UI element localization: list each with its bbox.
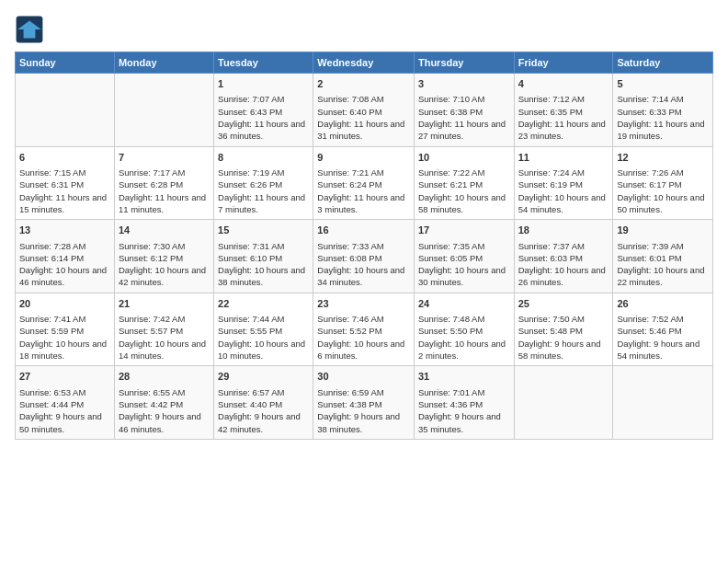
day-info: Sunrise: 7:41 AM Sunset: 5:59 PM Dayligh… <box>19 313 110 362</box>
day-info: Sunrise: 7:42 AM Sunset: 5:57 PM Dayligh… <box>119 313 210 362</box>
day-info: Sunrise: 7:26 AM Sunset: 6:17 PM Dayligh… <box>617 167 709 215</box>
day-number: 9 <box>317 151 410 165</box>
day-info: Sunrise: 7:52 AM Sunset: 5:46 PM Dayligh… <box>617 313 709 362</box>
day-number: 18 <box>518 224 609 237</box>
day-info: Sunrise: 7:12 AM Sunset: 6:35 PM Dayligh… <box>518 93 609 142</box>
header-row: SundayMondayTuesdayWednesdayThursdayFrid… <box>16 52 713 74</box>
header-cell-tuesday: Tuesday <box>214 52 313 74</box>
day-number: 12 <box>617 151 709 165</box>
calendar-cell: 27Sunrise: 6:53 AM Sunset: 4:44 PM Dayli… <box>16 366 115 440</box>
calendar-table: SundayMondayTuesdayWednesdayThursdayFrid… <box>15 52 713 440</box>
day-number: 22 <box>218 297 309 311</box>
day-number: 13 <box>19 224 110 237</box>
day-info: Sunrise: 7:17 AM Sunset: 6:28 PM Dayligh… <box>119 167 210 215</box>
calendar-cell: 6Sunrise: 7:15 AM Sunset: 6:31 PM Daylig… <box>16 146 115 220</box>
day-info: Sunrise: 7:48 AM Sunset: 5:50 PM Dayligh… <box>418 313 510 362</box>
day-number: 24 <box>418 297 510 311</box>
day-number: 7 <box>119 151 210 165</box>
day-info: Sunrise: 7:07 AM Sunset: 6:43 PM Dayligh… <box>218 93 309 142</box>
calendar-cell: 9Sunrise: 7:21 AM Sunset: 6:24 PM Daylig… <box>313 146 415 220</box>
day-number: 10 <box>418 151 510 165</box>
day-number: 20 <box>19 297 110 311</box>
calendar-cell: 25Sunrise: 7:50 AM Sunset: 5:48 PM Dayli… <box>514 293 613 366</box>
calendar-cell: 17Sunrise: 7:35 AM Sunset: 6:05 PM Dayli… <box>414 220 514 293</box>
calendar-cell: 12Sunrise: 7:26 AM Sunset: 6:17 PM Dayli… <box>613 146 713 220</box>
day-info: Sunrise: 7:01 AM Sunset: 4:36 PM Dayligh… <box>418 386 510 435</box>
day-number: 30 <box>317 370 410 384</box>
day-info: Sunrise: 7:31 AM Sunset: 6:10 PM Dayligh… <box>218 240 309 289</box>
calendar-cell: 18Sunrise: 7:37 AM Sunset: 6:03 PM Dayli… <box>514 220 613 293</box>
logo <box>15 15 48 44</box>
day-info: Sunrise: 6:59 AM Sunset: 4:38 PM Dayligh… <box>317 386 410 435</box>
calendar-cell: 15Sunrise: 7:31 AM Sunset: 6:10 PM Dayli… <box>214 220 313 293</box>
header-cell-saturday: Saturday <box>613 52 713 74</box>
day-info: Sunrise: 7:50 AM Sunset: 5:48 PM Dayligh… <box>518 313 609 362</box>
day-number: 5 <box>617 77 709 91</box>
day-number: 14 <box>119 224 210 237</box>
logo-icon <box>15 15 44 44</box>
day-number: 16 <box>317 224 410 237</box>
day-number: 2 <box>317 77 410 91</box>
calendar-cell: 5Sunrise: 7:14 AM Sunset: 6:33 PM Daylig… <box>613 74 713 147</box>
day-info: Sunrise: 7:15 AM Sunset: 6:31 PM Dayligh… <box>19 167 110 215</box>
calendar-cell: 31Sunrise: 7:01 AM Sunset: 4:36 PM Dayli… <box>414 366 514 440</box>
header-cell-monday: Monday <box>114 52 213 74</box>
calendar-cell <box>16 74 115 147</box>
day-number: 3 <box>418 77 510 91</box>
header-cell-friday: Friday <box>514 52 613 74</box>
day-number: 27 <box>19 370 110 384</box>
calendar-week-2: 6Sunrise: 7:15 AM Sunset: 6:31 PM Daylig… <box>16 146 713 220</box>
day-number: 11 <box>518 151 609 165</box>
header-cell-sunday: Sunday <box>16 52 115 74</box>
day-number: 29 <box>218 370 309 384</box>
calendar-cell: 8Sunrise: 7:19 AM Sunset: 6:26 PM Daylig… <box>214 146 313 220</box>
calendar-cell: 23Sunrise: 7:46 AM Sunset: 5:52 PM Dayli… <box>313 293 415 366</box>
page-header <box>15 15 713 44</box>
calendar-cell <box>613 366 713 440</box>
calendar-cell: 20Sunrise: 7:41 AM Sunset: 5:59 PM Dayli… <box>16 293 115 366</box>
calendar-cell: 29Sunrise: 6:57 AM Sunset: 4:40 PM Dayli… <box>214 366 313 440</box>
calendar-week-3: 13Sunrise: 7:28 AM Sunset: 6:14 PM Dayli… <box>16 220 713 293</box>
calendar-week-5: 27Sunrise: 6:53 AM Sunset: 4:44 PM Dayli… <box>16 366 713 440</box>
day-info: Sunrise: 6:57 AM Sunset: 4:40 PM Dayligh… <box>218 386 309 435</box>
calendar-header: SundayMondayTuesdayWednesdayThursdayFrid… <box>16 52 713 74</box>
day-info: Sunrise: 7:14 AM Sunset: 6:33 PM Dayligh… <box>617 93 709 142</box>
day-info: Sunrise: 6:53 AM Sunset: 4:44 PM Dayligh… <box>19 386 110 435</box>
calendar-cell: 19Sunrise: 7:39 AM Sunset: 6:01 PM Dayli… <box>613 220 713 293</box>
day-number: 15 <box>218 224 309 237</box>
header-cell-thursday: Thursday <box>414 52 514 74</box>
calendar-cell: 30Sunrise: 6:59 AM Sunset: 4:38 PM Dayli… <box>313 366 415 440</box>
day-info: Sunrise: 7:10 AM Sunset: 6:38 PM Dayligh… <box>418 93 510 142</box>
day-number: 6 <box>19 151 110 165</box>
day-number: 21 <box>119 297 210 311</box>
day-info: Sunrise: 7:24 AM Sunset: 6:19 PM Dayligh… <box>518 167 609 215</box>
calendar-cell: 7Sunrise: 7:17 AM Sunset: 6:28 PM Daylig… <box>114 146 213 220</box>
calendar-cell: 13Sunrise: 7:28 AM Sunset: 6:14 PM Dayli… <box>16 220 115 293</box>
day-number: 26 <box>617 297 709 311</box>
calendar-cell: 2Sunrise: 7:08 AM Sunset: 6:40 PM Daylig… <box>313 74 415 147</box>
calendar-cell: 4Sunrise: 7:12 AM Sunset: 6:35 PM Daylig… <box>514 74 613 147</box>
calendar-cell: 24Sunrise: 7:48 AM Sunset: 5:50 PM Dayli… <box>414 293 514 366</box>
calendar-cell: 1Sunrise: 7:07 AM Sunset: 6:43 PM Daylig… <box>214 74 313 147</box>
day-number: 28 <box>119 370 210 384</box>
day-number: 25 <box>518 297 609 311</box>
header-cell-wednesday: Wednesday <box>313 52 415 74</box>
day-info: Sunrise: 7:37 AM Sunset: 6:03 PM Dayligh… <box>518 240 609 289</box>
day-number: 17 <box>418 224 510 237</box>
calendar-cell: 14Sunrise: 7:30 AM Sunset: 6:12 PM Dayli… <box>114 220 213 293</box>
calendar-cell: 21Sunrise: 7:42 AM Sunset: 5:57 PM Dayli… <box>114 293 213 366</box>
calendar-cell: 10Sunrise: 7:22 AM Sunset: 6:21 PM Dayli… <box>414 146 514 220</box>
calendar-cell <box>514 366 613 440</box>
day-info: Sunrise: 7:08 AM Sunset: 6:40 PM Dayligh… <box>317 93 410 142</box>
day-number: 4 <box>518 77 609 91</box>
day-info: Sunrise: 7:44 AM Sunset: 5:55 PM Dayligh… <box>218 313 309 362</box>
day-number: 8 <box>218 151 309 165</box>
calendar-week-4: 20Sunrise: 7:41 AM Sunset: 5:59 PM Dayli… <box>16 293 713 366</box>
day-info: Sunrise: 7:46 AM Sunset: 5:52 PM Dayligh… <box>317 313 410 362</box>
day-info: Sunrise: 7:39 AM Sunset: 6:01 PM Dayligh… <box>617 240 709 289</box>
calendar-week-1: 1Sunrise: 7:07 AM Sunset: 6:43 PM Daylig… <box>16 74 713 147</box>
day-info: Sunrise: 7:19 AM Sunset: 6:26 PM Dayligh… <box>218 167 309 215</box>
day-info: Sunrise: 7:22 AM Sunset: 6:21 PM Dayligh… <box>418 167 510 215</box>
day-info: Sunrise: 7:28 AM Sunset: 6:14 PM Dayligh… <box>19 240 110 289</box>
calendar-cell: 11Sunrise: 7:24 AM Sunset: 6:19 PM Dayli… <box>514 146 613 220</box>
